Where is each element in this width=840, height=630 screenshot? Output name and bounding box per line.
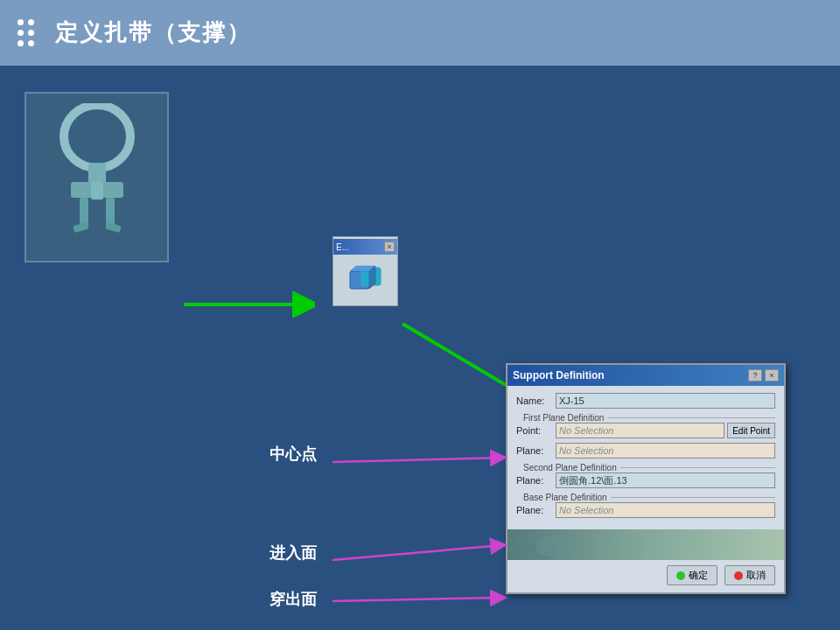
name-input[interactable] <box>556 393 775 409</box>
dialog-body: Name: First Plane Definition Point: Edit… <box>508 386 784 529</box>
svg-line-21 <box>332 458 503 462</box>
point-row: Point: Edit Point <box>516 423 775 438</box>
center-point-annotation: 中心点 <box>270 444 317 465</box>
plane-input-3[interactable] <box>556 502 775 518</box>
dialog-help-button[interactable]: ? <box>748 369 762 382</box>
cancel-button[interactable]: 取消 <box>724 565 775 585</box>
dialog-footer: 确定 取消 <box>508 560 784 592</box>
plane-row-1: Plane: <box>516 443 775 458</box>
dot-5 <box>18 40 24 46</box>
entry-face-arrow <box>328 521 512 569</box>
cancel-icon <box>734 571 743 580</box>
point-label: Point: <box>516 425 556 436</box>
name-row: Name: <box>516 393 775 409</box>
plane-input-1[interactable] <box>556 443 775 458</box>
support-definition-dialog[interactable]: Support Definition ? × Name: First Plane… <box>506 363 786 594</box>
plane-label-2: Plane: <box>516 475 556 486</box>
dot-3 <box>18 30 24 36</box>
exit-face-annotation: 穿出面 <box>270 589 317 610</box>
main-content: E... × Support Definition ? × <box>0 66 840 630</box>
base-plane-rule <box>611 497 775 498</box>
svg-rect-19 <box>508 529 784 560</box>
icon-box-titlebar: E... × <box>333 239 397 255</box>
page-title: 定义扎带（支撑） <box>55 18 251 48</box>
svg-line-25 <box>332 598 503 601</box>
second-plane-rule <box>620 467 775 468</box>
center-point-arrow <box>328 444 512 484</box>
clip-part-svg <box>40 103 154 252</box>
second-plane-label: Second Plane Definition <box>523 463 617 472</box>
dot-6 <box>28 40 34 46</box>
ok-label: 确定 <box>689 569 708 582</box>
plane-row-2: Plane: <box>516 472 775 488</box>
plane-row-3: Plane: <box>516 502 775 518</box>
first-plane-section: First Plane Definition <box>516 413 775 423</box>
icon-box-content-area <box>333 255 397 305</box>
point-input[interactable] <box>556 423 724 438</box>
dialog-strip-svg <box>508 529 784 560</box>
icon-box-title-text: E... <box>336 242 349 252</box>
plane-input-2[interactable] <box>556 472 775 488</box>
header-dots-decoration <box>18 19 42 46</box>
svg-point-0 <box>64 105 130 168</box>
dialog-title: Support Definition <box>513 369 605 382</box>
name-label: Name: <box>516 396 556 406</box>
dot-4 <box>28 30 34 36</box>
dialog-titlebar: Support Definition ? × <box>508 365 784 386</box>
dialog-close-button[interactable]: × <box>765 369 779 382</box>
dialog-title-buttons: ? × <box>748 369 779 382</box>
first-plane-label: First Plane Definition <box>523 413 604 423</box>
svg-rect-1 <box>88 163 106 185</box>
icon-box-close-button[interactable]: × <box>384 242 395 252</box>
second-plane-section: Second Plane Definition <box>516 463 775 472</box>
ok-button[interactable]: 确定 <box>667 565 718 585</box>
dot-1 <box>18 19 24 25</box>
base-plane-label: Base Plane Definition <box>523 493 607 502</box>
svg-line-23 <box>332 545 503 560</box>
base-plane-section: Base Plane Definition <box>516 493 775 502</box>
catia-icon-svg <box>346 261 385 300</box>
dialog-image-strip <box>508 529 784 560</box>
plane-label-1: Plane: <box>516 445 556 456</box>
exit-face-arrow <box>328 564 512 612</box>
icon-dialog-box[interactable]: E... × <box>332 236 398 306</box>
ok-icon <box>676 571 685 580</box>
green-arrow-1 <box>179 291 315 318</box>
edit-point-button[interactable]: Edit Point <box>727 423 775 438</box>
entry-face-annotation: 进入面 <box>270 542 317 564</box>
header-bar: 定义扎带（支撑） <box>0 0 840 66</box>
svg-rect-7 <box>91 182 103 200</box>
clip-part-image <box>24 92 169 262</box>
first-plane-rule <box>607 417 775 418</box>
plane-label-3: Plane: <box>516 505 556 515</box>
cancel-label: 取消 <box>746 569 766 582</box>
dot-2 <box>28 19 34 25</box>
